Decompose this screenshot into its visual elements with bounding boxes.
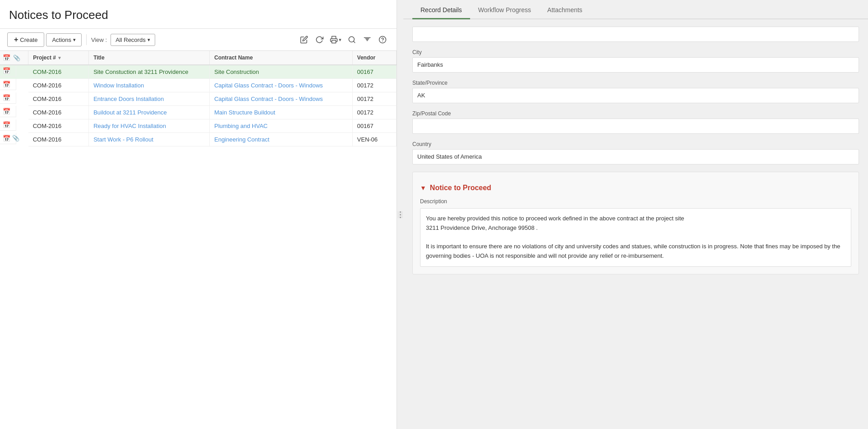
row-title: Ready for HVAC Installation <box>89 119 210 133</box>
row-icon-cell: 📅 <box>0 119 16 131</box>
zip-value <box>412 119 859 134</box>
th-contract[interactable]: Contract Name <box>209 51 352 65</box>
row-icon-cell: 📅📎 <box>0 133 16 144</box>
divider-dot-1 <box>400 211 401 213</box>
state-label: State/Province <box>412 80 859 86</box>
divider-dot-2 <box>400 214 401 215</box>
section-header: ▼ Notice to Proceed <box>420 184 851 192</box>
description-text: You are hereby provided this notice to p… <box>420 208 851 267</box>
table-row[interactable]: 📅COM-2016Buildout at 3211 ProvidenceMain… <box>0 106 397 119</box>
records-table: 📅 📎 Project #▼ Title Contract Name Vendo… <box>0 51 397 146</box>
row-icon-cell: 📅 <box>0 92 16 104</box>
row-icon-cell: 📅 <box>0 65 16 77</box>
create-label: Create <box>20 37 37 43</box>
row-project: COM-2016 <box>28 92 89 106</box>
actions-label: Actions <box>52 37 71 43</box>
th-title[interactable]: Title <box>89 51 210 65</box>
calendar-icon: 📅 <box>3 135 10 142</box>
row-vendor: 00167 <box>352 65 396 79</box>
zip-group: Zip/Postal Code <box>412 110 859 134</box>
zip-label: Zip/Postal Code <box>412 110 859 117</box>
th-project[interactable]: Project #▼ <box>28 51 89 65</box>
separator <box>86 34 87 45</box>
toolbar: + Create Actions ▾ View : All Records ▾ <box>0 29 397 51</box>
edit-button[interactable] <box>297 33 311 46</box>
table-row[interactable]: 📅COM-2016Entrance Doors InstallationCapi… <box>0 92 397 106</box>
view-select[interactable]: All Records ▾ <box>111 34 155 46</box>
attachment-header-icon: 📎 <box>13 55 20 61</box>
table-row[interactable]: 📅📎COM-2016Start Work - P6 RolloutEnginee… <box>0 133 397 146</box>
right-panel: Record Details Workflow Progress Attachm… <box>403 0 868 429</box>
notice-to-proceed-section: ▼ Notice to Proceed Description You are … <box>412 172 859 274</box>
row-contract: Capital Glass Contract - Doors - Windows <box>209 79 352 92</box>
city-label: City <box>412 49 859 55</box>
tab-record-details[interactable]: Record Details <box>412 0 470 19</box>
row-vendor: 00172 <box>352 106 396 119</box>
view-label: View : <box>91 37 107 43</box>
state-group: State/Province AK <box>412 80 859 103</box>
help-button[interactable] <box>376 33 389 46</box>
row-contract: Main Structure Buildout <box>209 106 352 119</box>
table-row[interactable]: 📅COM-2016Site Constuction at 3211 Provid… <box>0 65 397 79</box>
row-icon-cell: 📅 <box>0 79 16 90</box>
tabs-bar: Record Details Workflow Progress Attachm… <box>403 0 868 19</box>
panel-divider[interactable] <box>397 0 403 429</box>
chevron-down-icon: ▾ <box>148 37 150 43</box>
tab-workflow-progress[interactable]: Workflow Progress <box>470 0 539 19</box>
row-project: COM-2016 <box>28 119 89 133</box>
address-line1-group <box>412 27 859 42</box>
plus-icon: + <box>14 36 18 44</box>
row-project: COM-2016 <box>28 133 89 146</box>
search-button[interactable] <box>345 33 359 46</box>
row-title: Window Installation <box>89 79 210 92</box>
svg-rect-0 <box>332 41 336 43</box>
row-contract: Engineering Contract <box>209 133 352 146</box>
row-title: Site Constuction at 3211 Providence <box>89 65 210 79</box>
row-title: Start Work - P6 Rollout <box>89 133 210 146</box>
calendar-icon: 📅 <box>3 108 10 115</box>
section-title: Notice to Proceed <box>430 184 491 192</box>
actions-button[interactable]: Actions ▾ <box>46 33 82 46</box>
calendar-icon: 📅 <box>3 94 10 101</box>
tab-attachments[interactable]: Attachments <box>539 0 591 19</box>
country-group: Country United States of America <box>412 141 859 164</box>
attachment-icon: 📎 <box>12 135 19 141</box>
th-vendor[interactable]: Vendor <box>352 51 396 65</box>
section-chevron-icon[interactable]: ▼ <box>420 184 426 192</box>
city-value: Fairbanks <box>412 57 859 73</box>
row-title: Buildout at 3211 Providence <box>89 106 210 119</box>
filter-button[interactable] <box>360 33 374 46</box>
row-icon-cell: 📅 <box>0 106 16 117</box>
print-button[interactable]: ▾ <box>328 33 343 46</box>
details-content: City Fairbanks State/Province AK Zip/Pos… <box>403 19 868 429</box>
row-contract: Site Construction <box>209 65 352 79</box>
table-row[interactable]: 📅COM-2016Window InstallationCapital Glas… <box>0 79 397 92</box>
state-value: AK <box>412 88 859 103</box>
row-vendor: 00172 <box>352 92 396 106</box>
create-button[interactable]: + Create <box>7 32 44 47</box>
svg-line-2 <box>353 41 355 42</box>
row-project: COM-2016 <box>28 106 89 119</box>
refresh-button[interactable] <box>313 33 326 46</box>
print-chevron-icon: ▾ <box>339 37 342 43</box>
table-row[interactable]: 📅COM-2016Ready for HVAC InstallationPlum… <box>0 119 397 133</box>
calendar-icon: 📅 <box>3 81 10 88</box>
description-label: Description <box>420 198 851 205</box>
row-project: COM-2016 <box>28 79 89 92</box>
row-contract: Capital Glass Contract - Doors - Windows <box>209 92 352 106</box>
calendar-icon: 📅 <box>3 121 10 128</box>
country-label: Country <box>412 141 859 147</box>
divider-dot-3 <box>400 217 401 218</box>
row-vendor: 00172 <box>352 79 396 92</box>
records-table-container: 📅 📎 Project #▼ Title Contract Name Vendo… <box>0 51 397 429</box>
divider-handle[interactable] <box>397 211 403 218</box>
chevron-down-icon: ▾ <box>73 37 76 43</box>
th-icon: 📅 📎 <box>0 51 28 65</box>
city-group: City Fairbanks <box>412 49 859 73</box>
calendar-icon: 📅 <box>3 67 10 74</box>
sort-icon: ▼ <box>57 55 62 60</box>
page-title: Notices to Proceed <box>0 0 397 29</box>
row-vendor: 00167 <box>352 119 396 133</box>
country-value: United States of America <box>412 149 859 164</box>
row-title: Entrance Doors Installation <box>89 92 210 106</box>
